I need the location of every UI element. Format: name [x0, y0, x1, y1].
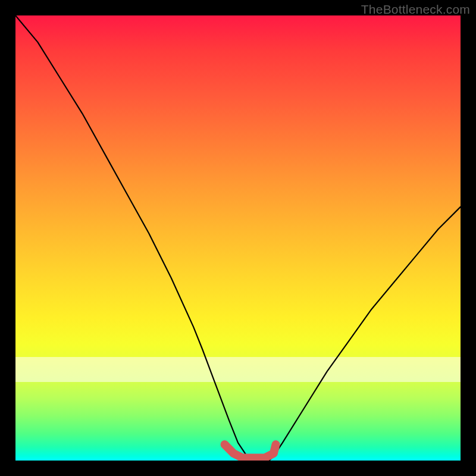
highlight-segment: [225, 444, 276, 458]
watermark-text: TheBottleneck.com: [361, 2, 470, 17]
chart-svg: [15, 15, 461, 461]
primary-curve: [15, 15, 461, 461]
